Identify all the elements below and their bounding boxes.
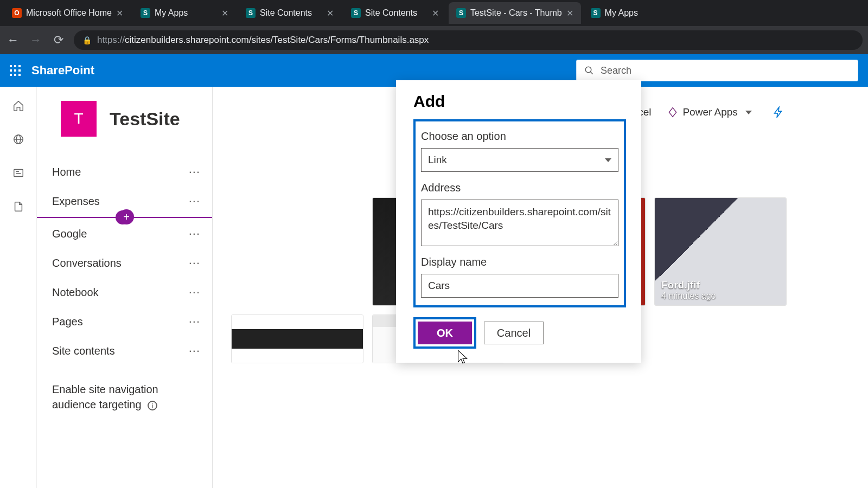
nav-insert-indicator[interactable]: + [37,217,212,218]
sharepoint-icon: S [141,8,150,18]
info-icon[interactable]: i [148,401,157,410]
site-sidebar: T TestSite Home··· Expenses··· + Google·… [37,87,213,488]
sharepoint-icon: S [246,8,256,18]
more-icon[interactable]: ··· [189,285,200,299]
main-panel: rid view Sync X Export to Excel Power Ap… [213,87,868,488]
dialog-form-highlight: Choose an option Link Address Display na… [413,119,626,307]
thumbnail-time: 4 minutes ago [661,291,780,301]
browser-address-bar: ← → ⟳ 🔒 https://citizenbuilders.sharepoi… [0,26,868,54]
cmd-power-apps[interactable]: Power Apps [667,106,751,118]
thumbnail-image [232,315,363,363]
chevron-down-icon [605,158,611,162]
svg-line-1 [590,72,593,74]
sharepoint-icon: S [456,8,466,18]
more-icon[interactable]: ··· [189,344,200,358]
search-placeholder: Search [601,65,631,76]
thumbnail-card[interactable]: Ford.jfif 4 minutes ago [654,197,787,306]
svg-point-0 [585,67,591,73]
tab-label: TestSite - Cars - Thumb [470,8,562,18]
tab-label: Site Contents [365,8,427,18]
browser-tab[interactable]: S My Apps [583,2,686,24]
svg-rect-5 [14,170,23,177]
ok-button-highlight: OK [413,317,476,349]
more-icon[interactable]: ··· [189,227,200,241]
left-rail [0,87,37,488]
site-nav: Home··· Expenses··· + Google··· Conversa… [37,152,212,365]
home-icon[interactable] [12,100,24,112]
address-label: Address [421,182,618,194]
url-text: https://citizenbuilders.sharepoint.com/s… [97,35,429,46]
thumbnail-meta: Ford.jfif 4 minutes ago [655,275,786,305]
sharepoint-icon: S [351,8,361,18]
globe-icon[interactable] [12,133,24,145]
dialog-title: Add [413,92,626,111]
site-title[interactable]: TestSite [110,108,180,130]
news-icon[interactable] [12,167,24,179]
app-launcher-icon[interactable] [10,65,21,76]
thumbnail-filename: Ford.jfif [661,279,780,291]
browser-tab[interactable]: S My Apps ✕ [133,2,236,24]
tab-label: Site Contents [260,8,322,18]
search-icon [584,66,594,75]
nav-item-home[interactable]: Home··· [37,157,212,187]
url-field[interactable]: 🔒 https://citizenbuilders.sharepoint.com… [74,30,863,50]
choose-option-label: Choose an option [421,130,618,143]
more-icon[interactable]: ··· [189,165,200,179]
automate-icon[interactable] [773,106,784,118]
more-icon[interactable]: ··· [189,256,200,270]
more-icon[interactable]: ··· [189,194,200,208]
more-icon[interactable]: ··· [189,314,200,329]
tab-label: My Apps [155,8,217,18]
powerapps-icon [667,107,678,118]
browser-tab[interactable]: S Site Contents ✕ [343,2,446,24]
plus-icon[interactable]: + [119,209,134,224]
nav-item-notebook[interactable]: Notebook··· [37,278,212,307]
ok-button[interactable]: OK [418,322,472,344]
thumbnail-card[interactable] [231,314,363,363]
browser-tab[interactable]: S Site Contents ✕ [238,2,341,24]
close-icon[interactable]: ✕ [327,8,334,18]
suite-name[interactable]: SharePoint [31,63,94,78]
close-icon[interactable]: ✕ [221,8,228,18]
nav-item-conversations[interactable]: Conversations··· [37,248,212,278]
back-button[interactable]: ← [5,33,21,48]
close-icon[interactable]: ✕ [432,8,439,18]
choose-option-value: Link [428,154,447,166]
add-link-dialog: Add Choose an option Link Address Displa… [396,80,641,363]
nav-audience-targeting[interactable]: Enable site navigation audience targetin… [37,365,212,428]
site-logo[interactable]: T [61,101,97,137]
display-name-input[interactable] [421,274,618,298]
choose-option-select[interactable]: Link [421,148,618,172]
search-input[interactable]: Search [576,60,858,81]
tab-label: My Apps [605,8,679,18]
browser-tab[interactable]: O Microsoft Office Home ✕ [4,2,131,24]
file-icon[interactable] [12,201,24,213]
forward-button[interactable]: → [28,33,43,48]
lock-icon: 🔒 [82,36,92,44]
address-input[interactable] [421,200,618,246]
close-icon[interactable]: ✕ [566,8,573,18]
chevron-down-icon [745,111,752,114]
cancel-button[interactable]: Cancel [484,322,544,344]
site-header: T TestSite [37,98,212,152]
browser-tab-strip: O Microsoft Office Home ✕ S My Apps ✕ S … [0,0,868,26]
dialog-buttons: OK Cancel [413,317,626,349]
sharepoint-icon: S [591,8,601,18]
close-icon[interactable]: ✕ [116,8,123,18]
content-area: T TestSite Home··· Expenses··· + Google·… [37,87,868,488]
page-body: T TestSite Home··· Expenses··· + Google·… [0,87,868,488]
browser-tab-active[interactable]: S TestSite - Cars - Thumb ✕ [449,2,581,24]
office-icon: O [12,8,22,18]
nav-item-pages[interactable]: Pages··· [37,307,212,336]
reload-button[interactable]: ⟳ [51,33,66,48]
nav-item-site-contents[interactable]: Site contents··· [37,336,212,365]
tab-label: Microsoft Office Home [26,8,112,18]
display-name-label: Display name [421,256,618,268]
